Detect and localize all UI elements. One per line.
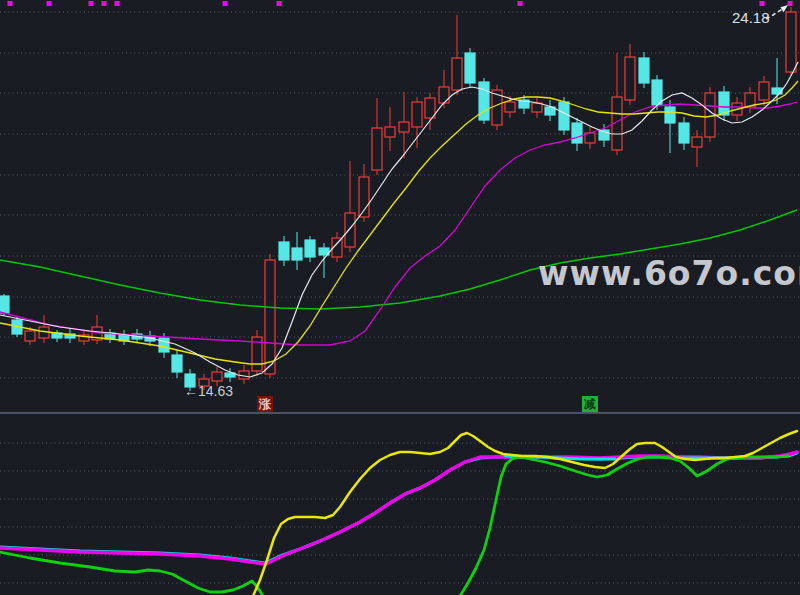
candle-body (679, 123, 689, 143)
candle-body (625, 57, 635, 100)
candle-body (759, 82, 769, 100)
candle-body (172, 355, 182, 372)
candle-body (425, 98, 435, 118)
candle-body (345, 213, 355, 247)
candle-body (505, 102, 515, 112)
signal-marker (102, 1, 107, 6)
candle-body (532, 103, 542, 112)
candle-body (559, 102, 569, 130)
candle-body (385, 127, 395, 137)
candle-body (786, 12, 796, 72)
signal-marker (518, 1, 523, 6)
signal-marker (277, 1, 282, 6)
candle-body (652, 80, 662, 105)
candle-body (199, 379, 209, 386)
candle-body (452, 58, 462, 90)
candle-body (639, 58, 649, 83)
candle-body (212, 372, 222, 381)
stock-chart-app: www.6o7o.com 24.18 ←14.63 涨 减 (0, 0, 800, 595)
signal-marker (8, 1, 13, 6)
candle-body (572, 123, 582, 143)
signal-marker (223, 1, 228, 6)
candle-body (465, 53, 475, 83)
signal-marker (89, 1, 94, 6)
candle-body (479, 82, 489, 120)
candle-body (279, 242, 289, 260)
signal-marker (115, 1, 120, 6)
signal-marker (788, 1, 793, 6)
candle-body (185, 374, 195, 387)
candle-body (372, 128, 382, 170)
candle-body (265, 260, 275, 374)
candle-body (665, 107, 675, 123)
rise-badge: 涨 (257, 396, 273, 412)
reduce-badge: 减 (582, 396, 598, 412)
candle-body (292, 248, 302, 260)
candle-body (25, 331, 35, 341)
candle-body (412, 102, 422, 127)
candle-body (0, 296, 9, 313)
candle-body (305, 240, 315, 257)
candle-body (705, 93, 715, 137)
candle-body (399, 122, 409, 132)
candle-body (692, 137, 702, 147)
signal-marker (47, 1, 52, 6)
signal-marker (760, 1, 765, 6)
candlestick-chart[interactable] (0, 0, 800, 595)
candle-body (439, 87, 449, 103)
